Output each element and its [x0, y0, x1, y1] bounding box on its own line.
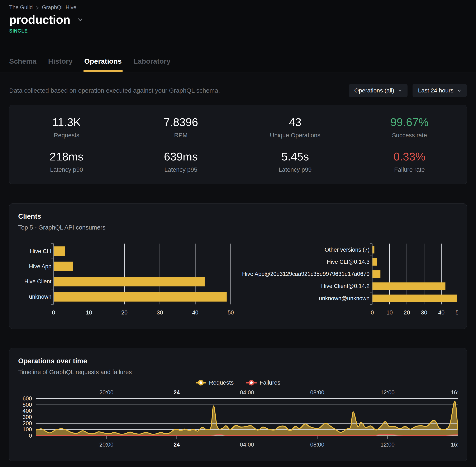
x-tick-label: 0: [371, 310, 374, 316]
failures-legend-marker-icon: [246, 380, 257, 386]
chevron-down-icon[interactable]: [77, 16, 84, 23]
x-axis-label: 08:00: [310, 389, 324, 396]
bar[interactable]: [54, 262, 73, 271]
page-title: production: [9, 13, 70, 26]
y-tick-label: 300: [23, 414, 32, 420]
stat-latency-p99: 5.45sLatency p99: [238, 150, 352, 173]
period-filter-dropdown[interactable]: Last 24 hours: [412, 84, 467, 97]
timeline-legend: Requests Failures: [18, 379, 458, 386]
category-label: unknown@unknown: [319, 295, 370, 301]
y-tick-label: 100: [23, 426, 32, 433]
breadcrumb-project-link[interactable]: GraphQL Hive: [42, 4, 76, 11]
y-tick-label: 400: [23, 408, 32, 414]
bar[interactable]: [372, 258, 377, 266]
active-tab-underline: [83, 70, 122, 72]
x-tick-label: 20: [404, 310, 410, 316]
stat-latency-p95: 639msLatency p95: [124, 150, 238, 173]
tab-operations[interactable]: Operations: [84, 57, 122, 72]
category-label: Hive App@20e3129caa921c35e9979631e17a067…: [242, 271, 370, 277]
requests-area-fill: [36, 401, 458, 436]
bar[interactable]: [372, 270, 380, 278]
x-axis-label: 20:00: [99, 389, 114, 396]
category-label: Other versions (7): [325, 247, 370, 253]
x-axis-label: 24: [173, 441, 180, 448]
x-axis-label: 12:00: [381, 389, 395, 396]
tab-schema[interactable]: Schema: [9, 57, 36, 72]
legend-item-failures[interactable]: Failures: [246, 379, 280, 386]
y-tick-label: 600: [23, 395, 32, 402]
x-axis-label: 16:00: [451, 389, 459, 396]
y-tick-label: 0: [29, 433, 32, 439]
tab-laboratory[interactable]: Laboratory: [133, 57, 171, 72]
stat-failure-rate: 0.33%Failure rate: [352, 150, 467, 173]
page-header: The Guild GraphQL Hive production SINGLE…: [0, 0, 476, 72]
breadcrumb: The Guild GraphQL Hive: [9, 4, 467, 11]
bar[interactable]: [54, 246, 65, 256]
clients-subtitle: Top 5 - GraphQL API consumers: [18, 224, 458, 231]
operations-timeline-chart[interactable]: 010020030040050060020:0020:00242404:0004…: [18, 389, 459, 450]
bar[interactable]: [54, 277, 205, 286]
x-tick-label: 40: [192, 310, 198, 316]
breadcrumb-org-link[interactable]: The Guild: [9, 4, 33, 11]
stats-summary-card: 11.3KRequests 7.8396RPM 43Unique Operati…: [9, 105, 467, 184]
category-label: Hive CLI@0.14.3: [327, 259, 370, 265]
clients-card: Clients Top 5 - GraphQL API consumers Hi…: [9, 203, 467, 329]
tabs-divider: [0, 72, 476, 72]
y-tick-label: 500: [23, 402, 32, 408]
category-label: Hive CLI: [30, 248, 51, 254]
x-axis-label: 08:00: [310, 441, 324, 448]
category-label: Hive App: [29, 263, 52, 270]
x-axis-label: 16:00: [451, 441, 459, 448]
bar[interactable]: [372, 246, 374, 254]
x-tick-label: 0: [52, 310, 55, 316]
chevron-right-icon: [36, 5, 39, 11]
bar[interactable]: [372, 282, 445, 290]
tab-bar: Schema History Operations Laboratory: [9, 57, 467, 72]
category-label: unknown: [29, 294, 52, 300]
x-axis-label: 12:00: [381, 441, 395, 448]
requests-legend-marker-icon: [196, 380, 206, 386]
operations-over-time-card: Operations over time Timeline of GraphQL…: [9, 348, 467, 461]
clients-title: Clients: [18, 212, 458, 220]
x-axis-label: 24: [173, 389, 180, 396]
timeline-title: Operations over time: [18, 357, 458, 365]
x-tick-label: 50: [227, 310, 234, 316]
x-tick-label: 40: [438, 310, 445, 316]
x-tick-label: 30: [157, 310, 163, 316]
x-tick-label: 50: [456, 310, 458, 316]
category-label: Hive Client@0.14.2: [321, 283, 370, 289]
timeline-subtitle: Timeline of GraphQL requests and failure…: [18, 369, 458, 376]
target-mode-badge: SINGLE: [9, 28, 467, 34]
operations-filter-value: Operations (all): [354, 87, 394, 94]
stat-rpm: 7.8396RPM: [124, 116, 238, 139]
y-tick-label: 200: [23, 420, 32, 427]
category-label: Hive Client: [24, 278, 52, 285]
tab-history[interactable]: History: [48, 57, 72, 72]
clients-by-name-bar-chart[interactable]: Hive CLIHive AppHive Clientunknown010203…: [18, 241, 240, 318]
x-tick-label: 20: [121, 310, 128, 316]
x-tick-label: 30: [421, 310, 427, 316]
clients-by-version-bar-chart[interactable]: Other versions (7)Hive CLI@0.14.3Hive Ap…: [240, 241, 458, 318]
bar[interactable]: [54, 292, 227, 301]
bar[interactable]: [372, 295, 457, 302]
chevron-down-icon: [398, 89, 402, 93]
chevron-down-icon: [457, 89, 461, 93]
stat-unique-operations: 43Unique Operations: [238, 116, 352, 139]
stat-latency-p90: 218msLatency p90: [9, 150, 124, 173]
x-axis-label: 20:00: [99, 441, 114, 448]
period-filter-value: Last 24 hours: [418, 87, 453, 94]
page-description: Data collected based on operation execut…: [9, 87, 220, 94]
stat-requests: 11.3KRequests: [9, 116, 124, 139]
x-tick-label: 10: [86, 310, 92, 316]
stat-success-rate: 99.67%Success rate: [352, 116, 467, 139]
x-axis-label: 04:00: [240, 389, 254, 396]
operations-filter-dropdown[interactable]: Operations (all): [349, 84, 408, 97]
x-axis-label: 04:00: [240, 441, 254, 448]
legend-item-requests[interactable]: Requests: [196, 379, 234, 386]
x-tick-label: 10: [386, 310, 393, 316]
